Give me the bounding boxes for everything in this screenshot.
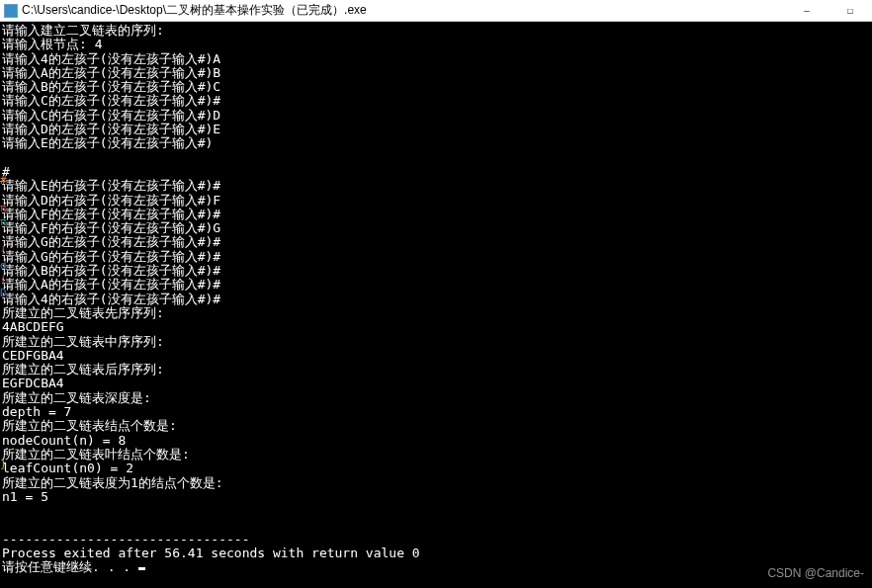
console-line: EGFDCBA4 — [0, 377, 872, 390]
console-line: -------------------------------- — [0, 533, 872, 546]
console-line: 请输入E的左孩子(没有左孩子输入#) — [0, 136, 872, 150]
console-line: 请输入G的右孩子(没有左孩子输入#)# — [0, 250, 872, 264]
console-line: depth = 7 — [0, 405, 872, 419]
console-line: 请输入A的左孩子(没有左孩子输入#)B — [0, 66, 872, 80]
app-icon — [4, 4, 18, 18]
console-line: 请输入4的左孩子(没有左孩子输入#)A — [0, 52, 872, 66]
console-line: 4ABCDEFG — [0, 320, 872, 334]
console-line: 请输入F的左孩子(没有左孩子输入#)# — [0, 208, 872, 221]
window-buttons — [785, 0, 872, 22]
console-line: 请输入E的右孩子(没有左孩子输入#)# — [0, 179, 872, 193]
console-line — [0, 504, 872, 518]
console-line: 所建立的二叉链表深度是: — [0, 391, 872, 405]
console-output[interactable]: 请输入建立二叉链表的序列:请输入根节点: 4请输入4的左孩子(没有左孩子输入#)… — [0, 22, 872, 575]
console-line: 请输入G的左孩子(没有左孩子输入#)# — [0, 235, 872, 249]
console-line: leafCount(n0) = 2 — [0, 462, 872, 475]
watermark: CSDN @Candice- — [767, 566, 864, 580]
window-title: C:\Users\candice-\Desktop\二叉树的基本操作实验（已完成… — [22, 2, 785, 19]
console-line: 请输入C的右孩子(没有左孩子输入#)D — [0, 109, 872, 123]
console-line: 请输入建立二叉链表的序列: — [0, 24, 872, 38]
console-line: 请输入4的右孩子(没有左孩子输入#)# — [0, 293, 872, 306]
console-line: 请输入B的左孩子(没有左孩子输入#)C — [0, 80, 872, 94]
console-line: 请输入根节点: 4 — [0, 38, 872, 51]
prompt-text: 请按任意键继续. . . — [2, 559, 138, 574]
console-line: 请输入D的左孩子(没有左孩子输入#)E — [0, 123, 872, 136]
console-line: Process exited after 56.41 seconds with … — [0, 546, 872, 560]
console-line: CEDFGBA4 — [0, 349, 872, 363]
title-bar: C:\Users\candice-\Desktop\二叉树的基本操作实验（已完成… — [0, 0, 872, 22]
console-line — [0, 151, 872, 165]
console-line: 请输入D的右孩子(没有左孩子输入#)F — [0, 194, 872, 208]
console-line: 请输入C的左孩子(没有左孩子输入#)# — [0, 94, 872, 108]
console-line: nodeCount(n) = 8 — [0, 434, 872, 448]
console-line: 所建立的二叉链表结点个数是: — [0, 419, 872, 433]
console-line: 所建立的二叉链表度为1的结点个数是: — [0, 476, 872, 490]
console-line: 所建立的二叉链表后序序列: — [0, 363, 872, 377]
maximize-button[interactable] — [828, 0, 872, 22]
console-line: # — [0, 165, 872, 179]
console-line: 请输入F的右孩子(没有左孩子输入#)G — [0, 221, 872, 235]
console-line: 所建立的二叉链表中序序列: — [0, 335, 872, 349]
console-line: 所建立的二叉链表叶结点个数是: — [0, 448, 872, 462]
console-line — [0, 518, 872, 532]
console-prompt-line: 请按任意键继续. . . — [0, 560, 872, 574]
console-line: 请输入A的右孩子(没有左孩子输入#)# — [0, 278, 872, 292]
console-line: 请输入B的右孩子(没有左孩子输入#)# — [0, 264, 872, 278]
cursor — [138, 567, 145, 570]
console-line: n1 = 5 — [0, 490, 872, 504]
console-line: 所建立的二叉链表先序序列: — [0, 306, 872, 320]
minimize-button[interactable] — [785, 0, 828, 22]
